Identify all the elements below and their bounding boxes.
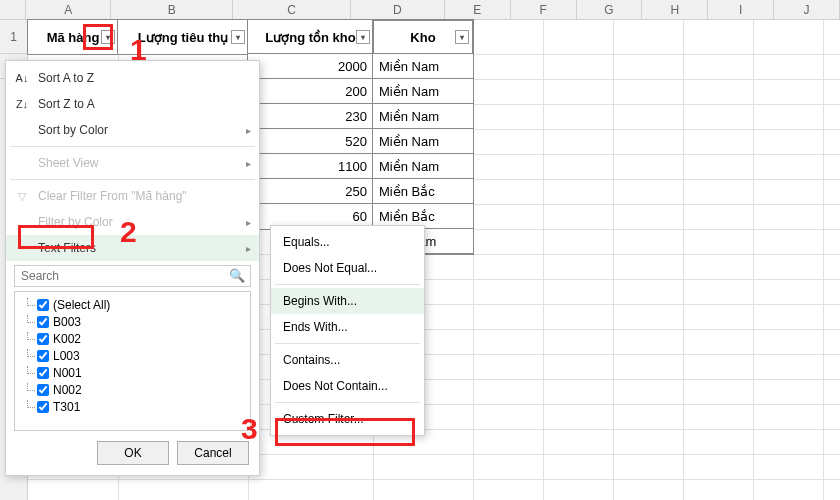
check-label: (Select All): [53, 298, 110, 312]
submenu-not-contain[interactable]: Does Not Contain...: [271, 373, 424, 399]
menu-separator-2: [10, 179, 255, 180]
cell-d4[interactable]: Miền Nam: [372, 103, 474, 130]
cell-b1-header[interactable]: Lượng tiêu thụ ▾: [117, 19, 249, 55]
sort-za-icon: Z↓: [14, 98, 30, 110]
row-header-1[interactable]: 1: [0, 20, 27, 54]
checkbox[interactable]: [37, 367, 49, 379]
button-row: OK Cancel: [6, 441, 249, 465]
filter-dropdown-a[interactable]: ▾: [101, 30, 115, 44]
cell-d2[interactable]: Miền Nam: [372, 53, 474, 80]
submenu-equals[interactable]: Equals...: [271, 229, 424, 255]
menu-clear-filter: ▽ Clear Filter From "Mã hàng": [6, 183, 259, 209]
submenu-label: Contains...: [283, 353, 340, 367]
cancel-button[interactable]: Cancel: [177, 441, 249, 465]
funnel-clear-icon: ▽: [14, 190, 30, 203]
menu-text-filters-label: Text Filters: [38, 241, 96, 255]
cell-c7[interactable]: 250: [247, 178, 374, 205]
menu-filter-color-label: Filter by Color: [38, 215, 113, 229]
menu-sheet-view: Sheet View ▸: [6, 150, 259, 176]
autofilter-menu: A↓ Sort A to Z Z↓ Sort Z to A Sort by Co…: [5, 60, 260, 476]
submenu-label: Begins With...: [283, 294, 357, 308]
check-select-all[interactable]: (Select All): [19, 296, 246, 313]
col-header-c[interactable]: C: [233, 0, 351, 19]
cell-c1-header[interactable]: Lượng tồn kho ▾: [247, 19, 374, 55]
filter-values-list[interactable]: (Select All) B003 K002 L003 N001 N002 T3…: [14, 291, 251, 431]
filter-search-input[interactable]: [14, 265, 251, 287]
submenu-contains[interactable]: Contains...: [271, 347, 424, 373]
check-t301[interactable]: T301: [19, 398, 246, 415]
submenu-separator-3: [275, 402, 420, 403]
submenu-begins-with[interactable]: Begins With...: [271, 288, 424, 314]
cell-c3[interactable]: 200: [247, 78, 374, 105]
header-a-label: Mã hàng: [47, 30, 100, 45]
menu-filter-color: Filter by Color ▸: [6, 209, 259, 235]
chevron-right-icon: ▸: [246, 217, 251, 228]
col-header-i[interactable]: I: [708, 0, 774, 19]
cell-c6[interactable]: 1100: [247, 153, 374, 180]
cell-c4[interactable]: 230: [247, 103, 374, 130]
menu-sort-az[interactable]: A↓ Sort A to Z: [6, 65, 259, 91]
col-header-g[interactable]: G: [577, 0, 643, 19]
check-label: N002: [53, 383, 82, 397]
filter-dropdown-d[interactable]: ▾: [455, 30, 469, 44]
cell-d7[interactable]: Miền Bắc: [372, 178, 474, 205]
column-header-row: A B C D E F G H I J: [0, 0, 840, 20]
sort-az-icon: A↓: [14, 72, 30, 84]
cell-d1-header[interactable]: Kho ▾: [372, 19, 474, 55]
header-b-label: Lượng tiêu thụ: [138, 30, 228, 45]
check-n001[interactable]: N001: [19, 364, 246, 381]
submenu-label: Does Not Equal...: [283, 261, 377, 275]
chevron-right-icon: ▸: [246, 158, 251, 169]
cell-d6[interactable]: Miền Nam: [372, 153, 474, 180]
check-label: K002: [53, 332, 81, 346]
menu-text-filters[interactable]: Text Filters ▸: [6, 235, 259, 261]
menu-sheet-view-label: Sheet View: [38, 156, 99, 170]
submenu-not-equal[interactable]: Does Not Equal...: [271, 255, 424, 281]
text-filters-submenu: Equals... Does Not Equal... Begins With.…: [270, 225, 425, 436]
submenu-separator-2: [275, 343, 420, 344]
filter-dropdown-b[interactable]: ▾: [231, 30, 245, 44]
filter-dropdown-c[interactable]: ▾: [356, 30, 370, 44]
ok-button[interactable]: OK: [97, 441, 169, 465]
submenu-label: Does Not Contain...: [283, 379, 388, 393]
check-label: L003: [53, 349, 80, 363]
col-header-a[interactable]: A: [26, 0, 111, 19]
menu-sort-color[interactable]: Sort by Color ▸: [6, 117, 259, 143]
col-header-b[interactable]: B: [111, 0, 233, 19]
cell-d3[interactable]: Miền Nam: [372, 78, 474, 105]
menu-clear-filter-label: Clear Filter From "Mã hàng": [38, 189, 187, 203]
col-header-d[interactable]: D: [351, 0, 445, 19]
submenu-ends-with[interactable]: Ends With...: [271, 314, 424, 340]
checkbox[interactable]: [37, 401, 49, 413]
submenu-separator-1: [275, 284, 420, 285]
search-icon: 🔍: [229, 268, 245, 283]
submenu-label: Equals...: [283, 235, 330, 249]
checkbox[interactable]: [37, 316, 49, 328]
check-label: B003: [53, 315, 81, 329]
cell-c5[interactable]: 520: [247, 128, 374, 155]
submenu-custom-filter[interactable]: Custom Filter...: [271, 406, 424, 432]
select-all-corner[interactable]: [0, 0, 26, 19]
col-header-e[interactable]: E: [445, 0, 511, 19]
menu-sort-za-label: Sort Z to A: [38, 97, 95, 111]
col-header-j[interactable]: J: [774, 0, 840, 19]
cell-a1-header[interactable]: Mã hàng ▾: [27, 19, 119, 55]
cell-d5[interactable]: Miền Nam: [372, 128, 474, 155]
col-header-f[interactable]: F: [511, 0, 577, 19]
col-header-h[interactable]: H: [642, 0, 708, 19]
header-c-label: Lượng tồn kho: [265, 30, 355, 45]
check-b003[interactable]: B003: [19, 313, 246, 330]
check-k002[interactable]: K002: [19, 330, 246, 347]
check-n002[interactable]: N002: [19, 381, 246, 398]
checkbox[interactable]: [37, 333, 49, 345]
checkbox[interactable]: [37, 350, 49, 362]
submenu-label: Ends With...: [283, 320, 348, 334]
checkbox[interactable]: [37, 384, 49, 396]
chevron-right-icon: ▸: [246, 243, 251, 254]
menu-sort-color-label: Sort by Color: [38, 123, 108, 137]
filter-search-wrap: 🔍: [14, 265, 251, 287]
menu-sort-za[interactable]: Z↓ Sort Z to A: [6, 91, 259, 117]
cell-c2[interactable]: 2000: [247, 53, 374, 80]
checkbox-select-all[interactable]: [37, 299, 49, 311]
check-l003[interactable]: L003: [19, 347, 246, 364]
